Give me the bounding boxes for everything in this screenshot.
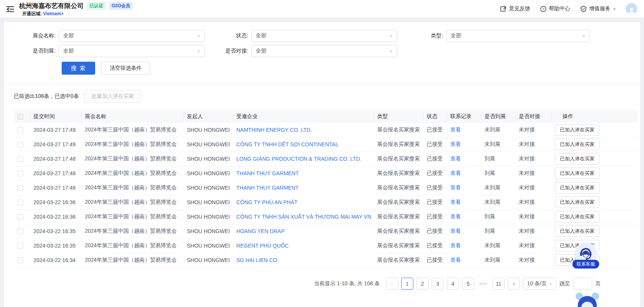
invitee-company-link[interactable]: HOANG YEN DRAP — [236, 228, 285, 234]
robot-mascot-icon[interactable] — [575, 291, 600, 307]
page-button-2[interactable]: 2 — [416, 278, 429, 290]
company-block: 杭州海嘉布艺有限公司 已认证 O2O会员 开通区域: Vietnam> — [19, 0, 133, 17]
table-body: 2024-03-27 17:492024年第三届中国（越南）贸易博览会SHOU … — [14, 123, 638, 267]
row-checkbox[interactable] — [18, 257, 23, 263]
row-checkbox[interactable] — [18, 171, 23, 176]
cell-action: 已加入潜在买家 — [552, 195, 638, 209]
cell-contact-record: 查看 — [447, 224, 481, 238]
search-button[interactable]: 搜 索 — [62, 62, 95, 75]
row-checkbox[interactable] — [18, 142, 23, 147]
contact-record-view-link[interactable]: 查看 — [450, 184, 461, 190]
page-next-button[interactable]: › — [508, 278, 520, 290]
invitee-company-link[interactable]: REGENT PHÚ QUỐC — [236, 243, 289, 249]
customer-service-label[interactable]: 联系客服 — [572, 260, 599, 269]
feedback-nav-item[interactable]: 意见反馈 — [500, 5, 530, 12]
cell-initiator: SHOU HONGWEI — [184, 152, 233, 166]
added-to-potential-buyers-button[interactable]: 已加入潜在买家 — [555, 153, 599, 165]
added-to-potential-buyers-button[interactable]: 已加入潜在买家 — [555, 211, 599, 222]
row-checkbox[interactable] — [18, 200, 23, 205]
svg-text:?: ? — [542, 7, 544, 11]
clear-filters-button[interactable]: 清空筛选条件 — [101, 62, 150, 75]
cell-submit-time: 2024-03-22 16:36 — [30, 195, 82, 209]
jump-suffix: 页 — [595, 280, 601, 287]
cell-checkbox — [14, 166, 30, 181]
column-header: 联系记录 — [447, 110, 481, 123]
row-checkbox[interactable] — [18, 214, 23, 220]
invitee-company-link[interactable]: CÔNG TY TNHH SẢN XUẤT VÀ THƯƠNG MẠI MAY … — [236, 214, 371, 220]
added-to-potential-buyers-button[interactable]: 已加入潜在买家 — [555, 124, 599, 136]
cell-invitee: THANH THUY GARMENT — [233, 181, 374, 195]
invitee-company-link[interactable]: LONG GIANG PRODUCTION & TRADING CO. LTD. — [236, 156, 362, 162]
cell-status: 已接受 — [424, 238, 447, 253]
added-to-potential-buyers-button[interactable]: 已加入潜在买家 — [555, 139, 599, 150]
contact-record-view-link[interactable]: 查看 — [450, 155, 461, 161]
value-added-icon — [580, 6, 587, 12]
user-avatar[interactable] — [626, 3, 637, 14]
results-summary: 已筛选出108条，已选中0条 — [14, 93, 79, 100]
row-checkbox[interactable] — [18, 243, 23, 249]
invitee-company-link[interactable]: CÔNG TY PHÚ AN PHÁT — [236, 199, 298, 205]
cell-connection: 未对接 — [516, 195, 552, 209]
verified-badge: 已认证 — [87, 2, 106, 10]
contact-record-view-link[interactable]: 查看 — [450, 257, 461, 263]
attendance-select[interactable]: 全部 ∨ — [59, 45, 205, 57]
select-all-checkbox[interactable] — [18, 114, 23, 120]
cell-invitee: HOANG YEN DRAP — [233, 224, 374, 238]
cell-exhibition-name: 2024年第三届中国（越南）贸易博览会 — [82, 166, 184, 181]
page-button-11[interactable]: 11 — [493, 278, 505, 290]
page-size-select[interactable]: 10 条/页 ∨ — [523, 278, 556, 290]
contact-record-view-link[interactable]: 查看 — [450, 213, 461, 219]
page-button-1[interactable]: 1 — [401, 278, 413, 290]
invitee-company-link[interactable]: CÔNG TY TNHH DỆT SỢI CONTINENTAL — [236, 141, 338, 147]
added-to-potential-buyers-button[interactable]: 已加入潜在买家 — [555, 225, 599, 237]
customer-service-widget[interactable]: 联系客服 — [570, 242, 601, 269]
cell-status: 已接受 — [424, 195, 447, 209]
row-checkbox[interactable] — [18, 127, 23, 133]
contact-record-view-link[interactable]: 查看 — [450, 141, 461, 147]
chevron-down-icon: ∨ — [197, 33, 200, 38]
contact-record-view-link[interactable]: 查看 — [450, 199, 461, 205]
batch-add-potential-buyers-button[interactable]: 批量加入潜在买家 — [84, 90, 141, 103]
page-button-5[interactable]: 5 — [462, 278, 474, 290]
added-to-potential-buyers-button[interactable]: 已加入潜在买家 — [555, 197, 599, 208]
cell-contact-record: 查看 — [447, 123, 481, 137]
contact-record-view-link[interactable]: 查看 — [450, 242, 461, 248]
row-checkbox[interactable] — [18, 229, 23, 234]
contact-record-view-link[interactable]: 查看 — [450, 126, 461, 133]
row-checkbox[interactable] — [18, 156, 23, 162]
invitee-company-link[interactable]: THANH THUÝ GARMENT — [236, 170, 299, 176]
sidebar-collapse-icon[interactable] — [6, 5, 14, 13]
added-to-potential-buyers-button[interactable]: 已加入潜在买家 — [555, 182, 599, 193]
region-link[interactable]: Vietnam> — [43, 11, 63, 16]
cell-connection: 未对接 — [516, 238, 552, 253]
cell-action: 已加入潜在买家 — [552, 209, 638, 224]
added-to-potential-buyers-button[interactable]: 已加入潜在买家 — [555, 168, 599, 179]
page-button-3[interactable]: 3 — [432, 278, 444, 290]
contact-record-view-link[interactable]: 查看 — [450, 170, 461, 176]
cell-attendance: 未到展 — [481, 137, 516, 152]
status-select[interactable]: 全部 ∨ — [251, 30, 397, 42]
row-checkbox[interactable] — [18, 185, 23, 191]
filter-label: 状态: — [206, 32, 251, 39]
invitee-company-link[interactable]: THANH THUY GARMENT — [236, 185, 299, 191]
page-button-4[interactable]: 4 — [447, 278, 459, 290]
type-select[interactable]: 全部 ∨ — [446, 30, 590, 42]
table-row: 2024-03-27 17:492024年第三届中国（越南）贸易博览会SHOU … — [14, 137, 638, 152]
invitee-company-link[interactable]: SG HAI LIEN CO. — [236, 257, 279, 263]
help-center-nav-item[interactable]: ? 帮助中心 — [540, 5, 570, 12]
cell-type: 展会报名买家搜索 — [374, 238, 424, 253]
cell-connection: 未对接 — [516, 224, 552, 238]
cell-submit-time: 2024-03-27 17:48 — [30, 181, 82, 195]
cell-contact-record: 查看 — [447, 152, 481, 166]
exhibition-name-select[interactable]: 全部 ∨ — [59, 30, 205, 42]
jump-page-input[interactable] — [573, 278, 592, 290]
value-added-services-nav-item[interactable]: 增值服务 ∨ — [580, 5, 616, 12]
cell-status: 已接受 — [424, 209, 447, 224]
connection-select[interactable]: 全部 ∨ — [251, 45, 397, 57]
cell-connection: 未对接 — [516, 181, 552, 195]
page-prev-button[interactable]: ‹ — [386, 278, 398, 290]
contact-record-view-link[interactable]: 查看 — [450, 228, 461, 234]
cell-action: 已加入潜在买家 — [552, 152, 638, 166]
page-ellipsis[interactable]: ••• — [477, 278, 489, 290]
invitee-company-link[interactable]: NAMTHINH ENERGY CO. LTD. — [236, 127, 312, 133]
